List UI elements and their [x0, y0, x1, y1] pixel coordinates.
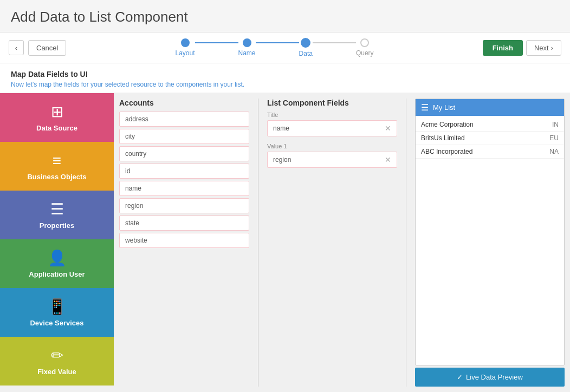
connector-2 [256, 42, 299, 43]
live-data-preview-button[interactable]: ✓ Live Data Preview [415, 368, 565, 387]
accounts-panel: Accounts address city country id name re… [119, 99, 249, 387]
field-region[interactable]: region [119, 198, 249, 213]
step-dot-layout [181, 38, 190, 47]
step-label-name: Name [238, 49, 256, 57]
sidebar-label-fixed-value: Fixed Value [37, 368, 76, 376]
field-city[interactable]: city [119, 129, 249, 144]
map-info-heading: Map Data Fields to UI [11, 70, 559, 79]
field-address[interactable]: address [119, 112, 249, 127]
page-title: Add Data to List Component [11, 9, 559, 25]
sidebar-item-business-objects[interactable]: ≡ Business Objects [0, 142, 114, 191]
preview-header: ☰ My List [416, 99, 564, 116]
connector-3 [313, 42, 356, 43]
sidebar-item-fixed-value[interactable]: ✏ Fixed Value [0, 337, 114, 386]
step-query: Query [356, 38, 374, 57]
step-label-query: Query [356, 49, 374, 57]
preview-row-label-1: BritsUs Limited [421, 134, 465, 142]
preview-row: Acme Corporation IN [416, 118, 564, 132]
title-input[interactable]: name ✕ [267, 120, 397, 136]
title-input-value: name [273, 125, 385, 132]
field-state[interactable]: state [119, 215, 249, 231]
wizard-steps: Layout Name Data Query [70, 38, 478, 57]
connector-1 [195, 42, 238, 43]
field-country[interactable]: country [119, 146, 249, 161]
value1-field-group: Value 1 region ✕ [267, 143, 397, 168]
preview-title: My List [433, 103, 455, 112]
finish-button[interactable]: Finish [483, 40, 523, 56]
sidebar-item-properties[interactable]: ☰ Properties [0, 191, 114, 239]
step-label-data: Data [299, 50, 313, 57]
preview-row-badge-0: IN [552, 121, 559, 128]
sidebar: ⊞ Data Source ≡ Business Objects ☰ Prope… [0, 93, 114, 392]
preview-row-badge-1: EU [549, 134, 559, 142]
field-id[interactable]: id [119, 164, 249, 179]
cancel-button[interactable]: Cancel [28, 40, 66, 56]
step-dot-data [301, 38, 310, 48]
back-button[interactable]: ‹ [9, 40, 24, 55]
map-info-description: Now let's map the fields for your select… [11, 81, 559, 88]
phone-icon: 📱 [48, 298, 67, 316]
list-fields-panel: List Component Fields Title name ✕ Value… [267, 99, 397, 387]
menu-icon: ☰ [421, 102, 429, 113]
sidebar-label-device-services: Device Services [30, 319, 83, 327]
preview-rows: Acme Corporation IN BritsUs Limited EU A… [416, 116, 564, 161]
next-button[interactable]: Next › [526, 40, 561, 56]
preview-panel: ☰ My List Acme Corporation IN BritsUs Li… [415, 99, 565, 387]
user-icon: 👤 [48, 249, 67, 267]
preview-row-badge-2: NA [549, 148, 559, 155]
value1-input[interactable]: region ✕ [267, 152, 397, 168]
map-info-section: Map Data Fields to UI Now let's map the … [0, 63, 570, 93]
divider [258, 99, 258, 387]
sidebar-label-data-source: Data Source [36, 124, 77, 132]
chevron-left-icon: ‹ [15, 44, 17, 52]
title-clear-icon[interactable]: ✕ [385, 124, 391, 133]
stack-icon: ≡ [53, 152, 61, 169]
value1-label: Value 1 [267, 143, 397, 149]
divider-2 [406, 99, 406, 387]
chevron-right-icon: › [551, 44, 553, 52]
next-label: Next [534, 44, 549, 52]
sidebar-item-data-source[interactable]: ⊞ Data Source [0, 93, 114, 142]
value1-clear-icon[interactable]: ✕ [385, 155, 391, 164]
step-layout: Layout [176, 38, 195, 57]
accounts-heading: Accounts [119, 99, 249, 107]
list-fields-heading: List Component Fields [267, 99, 397, 107]
preview-box: ☰ My List Acme Corporation IN BritsUs Li… [415, 99, 565, 365]
list-icon: ☰ [50, 200, 64, 218]
accounts-field-list: address city country id name region stat… [119, 112, 249, 248]
sidebar-item-device-services[interactable]: 📱 Device Services [0, 288, 114, 337]
sidebar-label-business-objects: Business Objects [27, 173, 86, 181]
sidebar-item-application-user[interactable]: 👤 Application User [0, 239, 114, 288]
check-icon: ✓ [457, 373, 463, 381]
grid-icon: ⊞ [51, 103, 63, 121]
step-data: Data [299, 38, 313, 57]
preview-row: BritsUs Limited EU [416, 132, 564, 145]
title-field-group: Title name ✕ [267, 112, 397, 136]
sidebar-label-properties: Properties [40, 221, 74, 230]
step-dot-name [243, 38, 251, 47]
preview-row-label-0: Acme Corporation [421, 121, 474, 128]
step-name: Name [238, 38, 256, 57]
value1-input-value: region [273, 156, 385, 164]
sidebar-label-application-user: Application User [29, 270, 85, 278]
preview-row-label-2: ABC Incorporated [421, 148, 472, 155]
field-name[interactable]: name [119, 181, 249, 196]
step-label-layout: Layout [176, 49, 195, 57]
pencil-icon: ✏ [51, 347, 63, 364]
title-label: Title [267, 112, 397, 118]
live-preview-label: Live Data Preview [466, 373, 523, 381]
preview-row: ABC Incorporated NA [416, 145, 564, 159]
step-dot-query [360, 38, 369, 47]
field-website[interactable]: website [119, 233, 249, 248]
